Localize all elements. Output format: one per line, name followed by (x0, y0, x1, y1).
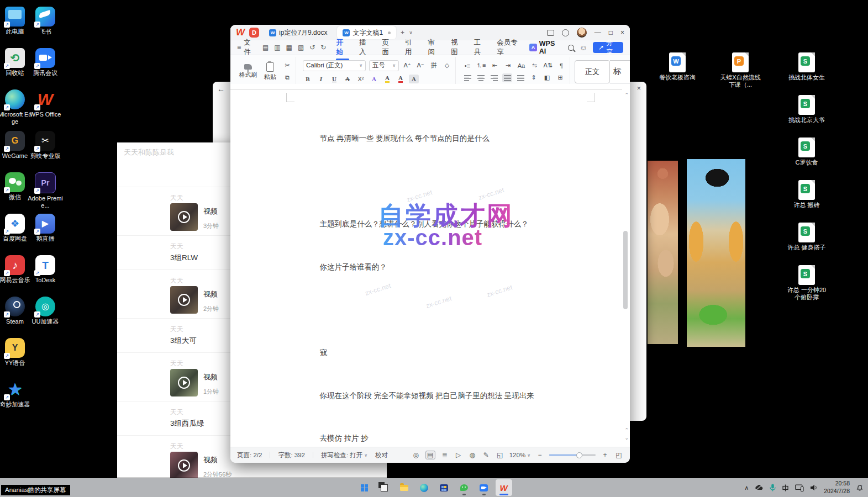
wechat-icon[interactable] (456, 479, 472, 496)
strikethrough-button[interactable]: A (343, 75, 353, 83)
minimize-button[interactable]: — (595, 29, 601, 36)
qimiao-accelerator-icon[interactable]: ★ 奇妙加速器 (0, 379, 32, 421)
eye-protection-icon[interactable]: ◎ (412, 451, 420, 459)
print-preview-icon[interactable]: ▧ (298, 44, 304, 51)
vertical-scrollbar[interactable] (623, 92, 628, 422)
video-thumbnail[interactable] (170, 286, 198, 314)
close-button[interactable]: × (620, 29, 624, 36)
paste-button[interactable]: 粘贴 (260, 62, 280, 81)
ribbon-tab[interactable]: 页面 (381, 36, 397, 59)
numbered-list-button[interactable]: ⒈≡ (476, 61, 486, 70)
zoom-slider-knob[interactable] (576, 452, 582, 458)
zoom-in-button[interactable]: + (601, 451, 609, 459)
align-left-button[interactable] (462, 73, 472, 82)
increase-font-button[interactable]: A⁺ (402, 61, 412, 70)
style-normal[interactable]: 正文 (575, 60, 610, 83)
ribbon-tab[interactable]: 引用 (404, 36, 419, 59)
share-button[interactable]: ↗ 分享 (593, 42, 623, 53)
ezhibo-icon[interactable]: ▶ 鹅直播 (27, 214, 64, 255)
zoom-slider[interactable] (549, 454, 596, 456)
feishu-icon[interactable]: 飞书 (27, 7, 64, 48)
cloud-paused-icon[interactable] (755, 484, 764, 491)
spellcheck-status[interactable]: 拼写检查: 打开 ∨ (321, 451, 367, 459)
fit-page-icon[interactable]: ◱ (496, 451, 504, 459)
fullscreen-icon[interactable]: ◰ (614, 451, 623, 459)
uu-accelerator-icon[interactable]: ◎ UU加速器 (27, 297, 64, 338)
decrease-indent-button[interactable]: ⇤ (490, 61, 499, 70)
superscript-button[interactable]: X² (356, 75, 366, 83)
docer-icon[interactable]: D (249, 28, 259, 38)
search-icon[interactable] (568, 45, 574, 51)
sheet-xuzong-jianshen-icon[interactable]: S 许总 健身搭子 (783, 223, 830, 265)
back-arrow-icon[interactable]: ← (217, 84, 225, 93)
video-thumbnail[interactable] (170, 369, 198, 396)
phonetic-guide-button[interactable]: 拼 (429, 61, 439, 70)
close-icon[interactable]: × (636, 84, 641, 92)
line-spacing-button[interactable]: ⇕ (529, 73, 539, 82)
start-button[interactable] (356, 479, 373, 496)
font-name-select[interactable]: Calibri (正文) ∨ (303, 60, 366, 71)
proofread-button[interactable]: 校对 (375, 451, 388, 459)
doc-canyin-laoban-icon[interactable]: W 餐饮老板咨询 (655, 52, 699, 102)
sheet-tiaozhan-beitinvsheng-icon[interactable]: S 挑战北体女生 (783, 52, 830, 95)
italic-button[interactable]: I (316, 75, 326, 83)
premiere-icon[interactable]: Pr Adobe Premie... (27, 172, 64, 214)
text-effects-button[interactable]: A (369, 75, 379, 83)
bold-button[interactable]: B (303, 75, 313, 83)
wps-office-icon[interactable]: W WPS Office (27, 89, 64, 131)
word-count[interactable]: 字数: 392 (278, 451, 305, 459)
wps-logo[interactable]: W (236, 27, 245, 38)
ribbon-tab[interactable]: 开始 (335, 36, 350, 59)
distribute-button[interactable] (515, 73, 525, 82)
page-indicator[interactable]: 页面: 2/2 (237, 451, 262, 459)
align-right-button[interactable] (489, 73, 499, 82)
ruler-toggle-icon[interactable]: ⌃ (624, 93, 629, 98)
cut-icon[interactable]: ✂ (282, 61, 292, 70)
tencent-meeting-shortcut-icon[interactable]: 腾讯会议 (27, 48, 64, 89)
file-menu[interactable]: ≡ 文件 (237, 38, 257, 57)
justify-button[interactable] (502, 73, 512, 82)
previous-page-button[interactable]: ⌃ (624, 428, 629, 433)
page-view-icon[interactable]: ▤ (425, 451, 435, 459)
skin-settings-icon[interactable] (562, 29, 569, 36)
hidden-icons-chevron-icon[interactable]: ∧ (744, 484, 749, 491)
file-explorer-icon[interactable] (396, 479, 413, 496)
ribbon-tab[interactable]: 会员专享 (496, 36, 524, 59)
web-view-icon[interactable]: ◍ (468, 451, 477, 459)
video-thumbnail[interactable] (170, 452, 198, 478)
show-marks-button[interactable]: ¶ (556, 61, 566, 70)
undo-icon[interactable]: ↺ (309, 44, 315, 51)
print-icon[interactable]: ▦ (286, 44, 292, 51)
increase-indent-button[interactable]: ⇥ (503, 61, 513, 70)
tencent-meeting-icon[interactable] (476, 479, 492, 496)
wps-icon[interactable]: W (496, 479, 512, 496)
input-indicator-icon[interactable] (782, 484, 789, 491)
zoom-level[interactable]: 120% ∨ (509, 452, 530, 458)
outline-view-icon[interactable]: ≣ (440, 451, 449, 459)
underline-button[interactable]: U (329, 75, 339, 83)
window-mode-icon[interactable] (547, 30, 554, 36)
clear-format-button[interactable]: ◇ (442, 61, 452, 70)
document-text[interactable]: 节点 再清晰一些 要展现什么 每个节点的目的是什么 主题到底是什么？想讲什么？别… (297, 112, 562, 447)
sheet-xuzong-fuwocheng-icon[interactable]: S 许总 一分钟20个俯卧撑 (783, 265, 830, 308)
next-page-button[interactable]: ⌄ (624, 436, 629, 441)
collaboration-icon[interactable]: ☺ (580, 43, 587, 52)
read-mode-icon[interactable]: ▷ (454, 451, 463, 459)
wps-ai-button[interactable]: A WPS AI (529, 40, 562, 55)
change-case-button[interactable]: Aa (516, 61, 526, 70)
format-painter-button[interactable]: 格式刷 (238, 64, 258, 79)
sheet-xuzong-banzhuan-icon[interactable]: S 许总 搬砖 (783, 180, 830, 223)
ppt-tianhuang-icon[interactable]: P 天蝗X自然流线下课（... (718, 52, 762, 102)
font-color-button[interactable]: A (396, 75, 406, 83)
borders-button[interactable]: ⊞ (555, 73, 565, 82)
new-tab-button[interactable]: + (401, 29, 404, 36)
font-size-select[interactable]: 五号 ∨ (369, 60, 399, 71)
text-direction-button[interactable]: ⇋ (529, 61, 539, 70)
video-thumbnail[interactable] (170, 203, 198, 231)
jianying-icon[interactable]: ✂ 剪映专业版 (27, 131, 64, 172)
document-tab-ip-dingwei[interactable]: W ip定位7月9.docx (264, 26, 333, 39)
sheet-cluo-yinshi-icon[interactable]: S C罗饮食 (783, 138, 830, 180)
copy-icon[interactable]: ⧉ (282, 73, 292, 82)
notification-bell-icon[interactable]: z (856, 484, 864, 491)
document-canvas[interactable]: 节点 再清晰一些 要展现什么 每个节点的目的是什么 主题到底是什么？想讲什么？别… (230, 84, 630, 447)
